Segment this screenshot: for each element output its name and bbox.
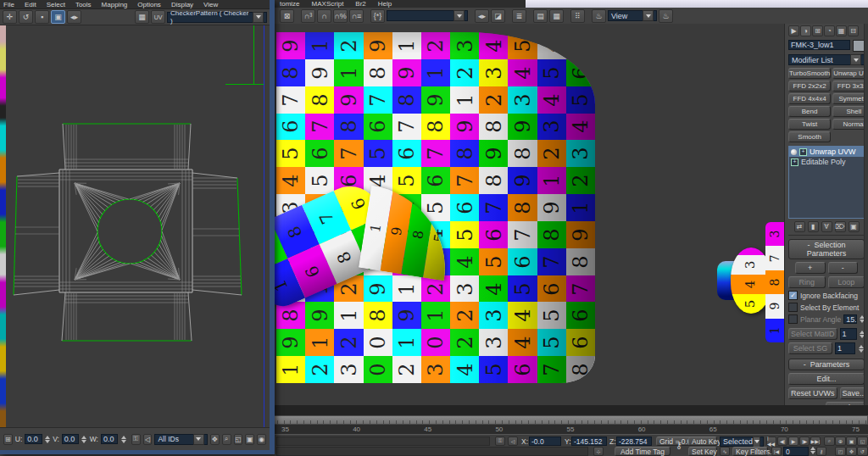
pan-view-icon[interactable]: ✥ [846,447,857,456]
w-spinner[interactable] [120,436,125,443]
planar-angle-field[interactable]: 15.0 [843,314,857,324]
uv-zoom-region-icon[interactable]: ◱ [234,434,243,445]
uv-menu-file[interactable]: File [3,1,14,8]
edit-uvw-button[interactable]: Edit... [788,373,865,385]
play-button[interactable]: ▶ [788,437,798,446]
set-key-mode-icon[interactable]: ⚷ [676,440,682,451]
zoom-extents-all-icon[interactable]: ◱ [857,437,868,446]
spinner-snap-icon[interactable]: ∩≡ [349,9,364,23]
modifier-stack[interactable]: +Unwrap UVW+Editable Poly [788,146,865,219]
current-frame-field[interactable]: 0 [783,447,809,456]
angle-snap-icon[interactable]: ∩ [317,9,331,23]
time-slider[interactable] [270,415,868,425]
model-edge-fragment[interactable]: 37891 [765,222,784,342]
uv-menu-options[interactable]: Options [137,1,161,8]
uv-pan-icon[interactable]: ✥ [210,434,220,445]
modifier-button-unwrap-uvw[interactable]: Unwrap UVW [832,68,868,79]
layer-manager-icon[interactable]: ≣ [512,9,526,23]
lightbulb-icon[interactable] [791,149,797,155]
matid-field[interactable]: 1 [840,328,857,340]
align-icon[interactable]: ◪ [491,9,505,23]
show-map-toggle-icon[interactable]: ▦ [135,10,149,24]
ignore-backfacing-checkbox[interactable]: ✓ [788,291,798,300]
modifier-button-twist[interactable]: Twist [788,119,831,130]
auto-key-button[interactable]: Auto Key [688,437,717,446]
display-tab-icon[interactable]: ▦ [836,25,847,36]
next-frame-button[interactable]: |▶ [799,437,810,446]
z-coordinate-field[interactable]: -228.754 [616,437,652,446]
frame-spinner[interactable] [810,447,816,454]
u-field[interactable]: 0.0 [25,434,42,444]
pan-status-icon[interactable]: ⊹ [593,447,604,456]
pin-stack-icon[interactable]: ⇄ [794,221,805,232]
select-object-icon[interactable]: ⊠ [280,9,294,23]
select-by-element-checkbox[interactable] [788,303,798,312]
uv-menu-edit[interactable]: Edit [25,1,36,8]
stack-item-unwrap-uvw[interactable]: +Unwrap UVW [789,147,864,157]
modifier-button-shell[interactable]: Shell [832,106,868,117]
uv-mirror-icon[interactable]: ◂▸ [67,10,81,24]
x-coordinate-field[interactable]: -0.0 [529,437,561,446]
set-key-button[interactable]: Set Key [688,447,717,456]
ring-button[interactable]: Ring [788,276,826,288]
expand-icon[interactable]: + [799,148,807,156]
uv-move-icon[interactable]: ✛ [3,10,17,24]
main-menu-br2[interactable]: Br2 [355,0,365,8]
expand-icon[interactable]: + [791,158,798,166]
uv-cursor-icon[interactable]: ◁ [143,434,153,445]
select-matid-button[interactable]: Select MatID [788,328,837,340]
motion-tab-icon[interactable]: ◔ [824,25,835,36]
uv-menu-view[interactable]: View [203,1,218,8]
reset-uvws-button[interactable]: Reset UVWs [788,387,837,399]
modifier-button-bend[interactable]: Bend [788,106,831,117]
modifier-button-ffd-4x4x4[interactable]: FFD 4x4x4 [788,93,831,104]
mat-id-filter-dropdown[interactable]: All IDs [154,434,208,445]
field-of-view-icon[interactable]: ◰ [835,447,846,456]
named-selection-dropdown[interactable] [387,10,468,21]
selection-parameters-rollout[interactable]: - Selection Parameters [788,239,865,259]
uv-zoom-extents-icon[interactable]: ▣ [245,434,254,445]
orbit-icon[interactable]: ↺ [857,447,868,456]
make-unique-icon[interactable]: ∀ [821,221,832,232]
modifier-button-symmetry[interactable]: Symmetry [832,93,868,104]
uv-zoom-icon[interactable]: ⌕ [222,434,231,445]
modifier-button-smooth[interactable]: Smooth [788,131,831,142]
hierarchy-tab-icon[interactable]: ⊞ [812,25,823,36]
shrink-selection-button[interactable]: - [828,262,859,274]
uv-menu-mapping[interactable]: Mapping [102,1,128,8]
track-bar[interactable]: 354045505560657075 [270,425,868,434]
key-curve-icon[interactable]: ∿ [720,447,730,456]
main-menu-help[interactable]: Help [378,0,392,8]
modifier-button-ffd-3x3x3[interactable]: FFD 3x3x3 [832,81,868,92]
u-spinner[interactable] [45,436,50,443]
uv-menu-select[interactable]: Select [47,1,65,8]
render-production-icon[interactable]: ♨ [659,9,673,23]
create-tab-icon[interactable]: ▶ [788,25,799,36]
curve-editor-icon[interactable]: ▤ [533,9,548,23]
modifier-button-turbosmooth[interactable]: TurboSmooth [788,68,831,79]
go-end-button[interactable]: ▶▶| [810,437,821,446]
remove-modifier-icon[interactable]: ⌦ [835,221,846,232]
percent-snap-icon[interactable]: ∩% [333,9,348,23]
main-menu-maxscript[interactable]: MAXScript [312,0,344,8]
object-color-swatch[interactable] [853,40,865,52]
zoom-extents-icon[interactable]: ▣ [846,437,857,446]
uv-space-icon[interactable]: UV [151,10,165,24]
selection-lock-icon[interactable]: ⚿ [495,437,505,446]
material-editor-icon[interactable]: ⠿ [570,9,585,23]
sg-field[interactable]: 1 [835,342,855,354]
uv-menu-tools[interactable]: Tools [75,1,92,8]
uv-menu-display[interactable]: Display [171,1,193,8]
command-panel-scrollbar[interactable] [864,24,868,432]
snap-toggle-icon[interactable]: ∩³ [301,9,315,23]
stack-item-editable-poly[interactable]: +Editable Poly [789,157,864,167]
go-start-button[interactable]: |◀◀ [766,437,776,446]
prev-frame-button[interactable]: ◀| [777,437,787,446]
uv-lock-icon[interactable]: ⚿ [131,434,141,445]
uv-absolute-grid-icon[interactable]: ⊞ [3,434,13,445]
main-menu-tomize[interactable]: tomize [280,0,300,8]
object-name-field[interactable]: FMK-3_low1 [788,40,850,50]
planar-angle-checkbox[interactable] [788,314,798,324]
key-filters-button[interactable]: Key Filters... [732,447,768,456]
select-sg-button[interactable]: Select SG [788,342,832,354]
